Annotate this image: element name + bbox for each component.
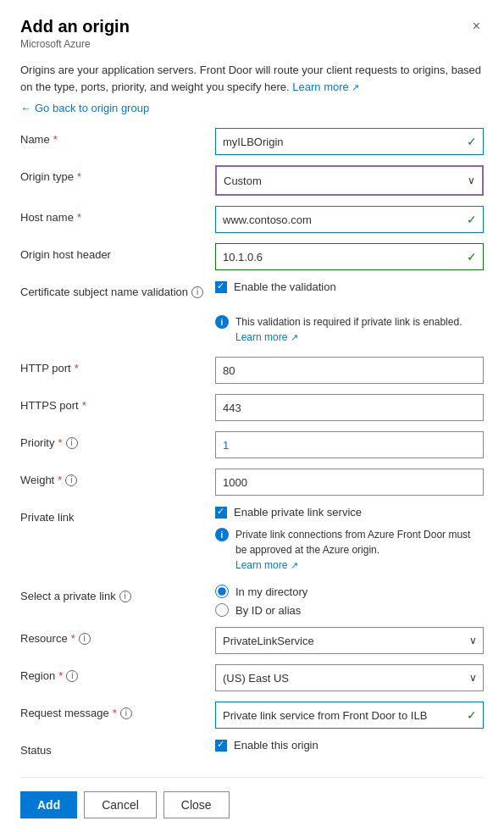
origin-host-header-input-wrapper: ✓: [215, 243, 484, 270]
description-learn-more-link[interactable]: Learn more ↗: [292, 80, 359, 93]
external-link-icon: ↗: [352, 82, 359, 92]
name-input[interactable]: [215, 128, 484, 155]
region-select-wrapper: (US) East US ∨: [215, 664, 484, 691]
region-info-icon[interactable]: i: [66, 670, 78, 682]
cert-validation-info-text: This validation is required if private l…: [235, 314, 462, 345]
cert-validation-checkbox-label: Enable the validation: [234, 280, 336, 293]
radio-by-id-label: By ID or alias: [235, 604, 301, 617]
region-label: Region * i: [20, 664, 215, 682]
select-private-link-control: In my directory By ID or alias: [215, 585, 484, 617]
resource-info-icon[interactable]: i: [79, 633, 91, 645]
region-row: Region * i (US) East US ∨: [20, 664, 484, 691]
priority-label: Priority * i: [20, 431, 215, 449]
https-port-control: [215, 394, 484, 421]
origin-type-required: *: [77, 170, 81, 183]
region-select[interactable]: (US) East US: [215, 664, 484, 691]
host-name-input[interactable]: [215, 206, 484, 233]
request-message-input-wrapper: ✓: [215, 702, 484, 729]
panel-subtitle: Microsoft Azure: [20, 38, 130, 50]
https-port-label: HTTPS port *: [20, 394, 215, 412]
private-link-checkbox-label: Enable private link service: [234, 506, 362, 519]
origin-type-row: Origin type * Custom ∨: [20, 165, 484, 196]
origin-type-select-wrapper: Custom ∨: [215, 165, 484, 196]
resource-select-wrapper: PrivateLinkService ∨: [215, 627, 484, 654]
close-panel-button[interactable]: ×: [469, 17, 484, 36]
host-name-label: Host name *: [20, 206, 215, 224]
cert-validation-info-control: i This validation is required if private…: [215, 308, 484, 347]
https-port-input-wrapper: [215, 394, 484, 421]
cert-validation-learn-more-link[interactable]: Learn more ↗: [235, 331, 298, 343]
https-port-row: HTTPS port *: [20, 394, 484, 421]
private-link-info-box: i Private link connections from Azure Fr…: [215, 525, 484, 574]
priority-input[interactable]: [215, 431, 484, 458]
request-message-label: Request message * i: [20, 702, 215, 719]
resource-label: Resource * i: [20, 627, 215, 645]
add-button[interactable]: Add: [20, 791, 77, 818]
description-text: Origins are your application servers. Fr…: [20, 62, 484, 95]
footer: Add Cancel Close: [20, 777, 484, 832]
back-to-origin-group-link[interactable]: ← Go back to origin group: [20, 102, 484, 114]
priority-info-icon[interactable]: i: [66, 437, 78, 449]
status-control: Enable this origin: [215, 739, 484, 752]
close-button[interactable]: Close: [163, 791, 230, 818]
private-link-external-icon: ↗: [291, 560, 298, 570]
resource-required: *: [71, 632, 75, 645]
name-label: Name *: [20, 128, 215, 146]
origin-type-label: Origin type *: [20, 165, 215, 183]
private-link-row: Private link Enable private link service…: [20, 506, 484, 574]
host-name-row: Host name * ✓: [20, 206, 484, 233]
http-port-input-wrapper: [215, 357, 484, 384]
host-name-check-icon: ✓: [467, 213, 477, 226]
private-link-radio-group: In my directory By ID or alias: [215, 585, 484, 617]
name-check-icon: ✓: [467, 135, 477, 148]
cert-validation-info-row: i This validation is required if private…: [20, 308, 484, 347]
status-enable-checkbox[interactable]: [215, 740, 227, 752]
http-port-row: HTTP port *: [20, 357, 484, 384]
panel-header: Add an origin Microsoft Azure ×: [20, 17, 484, 50]
weight-info-icon[interactable]: i: [65, 474, 77, 486]
private-link-checkbox[interactable]: [215, 507, 227, 519]
name-required: *: [53, 133, 58, 146]
select-private-link-label: Select a private link i: [20, 585, 215, 602]
region-control: (US) East US ∨: [215, 664, 484, 691]
priority-required: *: [58, 436, 62, 449]
weight-label: Weight * i: [20, 469, 215, 486]
weight-input[interactable]: [215, 469, 484, 496]
origin-host-header-row: Origin host header ✓: [20, 243, 484, 270]
radio-by-id-row: By ID or alias: [215, 603, 484, 617]
origin-type-select[interactable]: Custom: [217, 167, 482, 194]
select-private-link-info-icon[interactable]: i: [119, 591, 131, 602]
status-row: Status Enable this origin: [20, 739, 484, 766]
cancel-button[interactable]: Cancel: [84, 791, 157, 818]
origin-host-header-input[interactable]: [215, 243, 484, 270]
radio-in-my-directory[interactable]: [215, 585, 229, 598]
cert-validation-info-box: i This validation is required if private…: [215, 313, 484, 347]
request-message-input[interactable]: [215, 702, 484, 729]
cert-validation-row: Certificate subject name validation i En…: [20, 280, 484, 308]
private-link-checkbox-row: Enable private link service: [215, 506, 484, 519]
weight-control: [215, 469, 484, 496]
cert-learn-more-external-icon: ↗: [291, 332, 298, 342]
name-row: Name * ✓: [20, 128, 484, 155]
host-name-input-wrapper: ✓: [215, 206, 484, 233]
priority-row: Priority * i: [20, 431, 484, 458]
cert-validation-checkbox[interactable]: [215, 281, 227, 293]
cert-validation-checkbox-row: Enable the validation: [215, 280, 484, 293]
resource-row: Resource * i PrivateLinkService ∨: [20, 627, 484, 654]
request-message-info-icon[interactable]: i: [120, 707, 132, 719]
host-name-control: ✓: [215, 206, 484, 233]
private-link-learn-more-link[interactable]: Learn more ↗: [235, 559, 298, 571]
private-link-label: Private link: [20, 506, 215, 524]
weight-row: Weight * i: [20, 469, 484, 496]
weight-input-wrapper: [215, 469, 484, 496]
http-port-input[interactable]: [215, 357, 484, 384]
region-required: *: [58, 669, 63, 682]
https-port-input[interactable]: [215, 394, 484, 421]
select-private-link-row: Select a private link i In my directory …: [20, 585, 484, 617]
form-section: Name * ✓ Origin type * Custom ∨: [20, 128, 484, 777]
cert-info-circle-icon: i: [215, 315, 229, 329]
resource-select[interactable]: PrivateLinkService: [215, 627, 484, 654]
cert-validation-info-icon[interactable]: i: [191, 286, 203, 298]
origin-host-header-control: ✓: [215, 243, 484, 270]
radio-by-id[interactable]: [215, 603, 229, 617]
